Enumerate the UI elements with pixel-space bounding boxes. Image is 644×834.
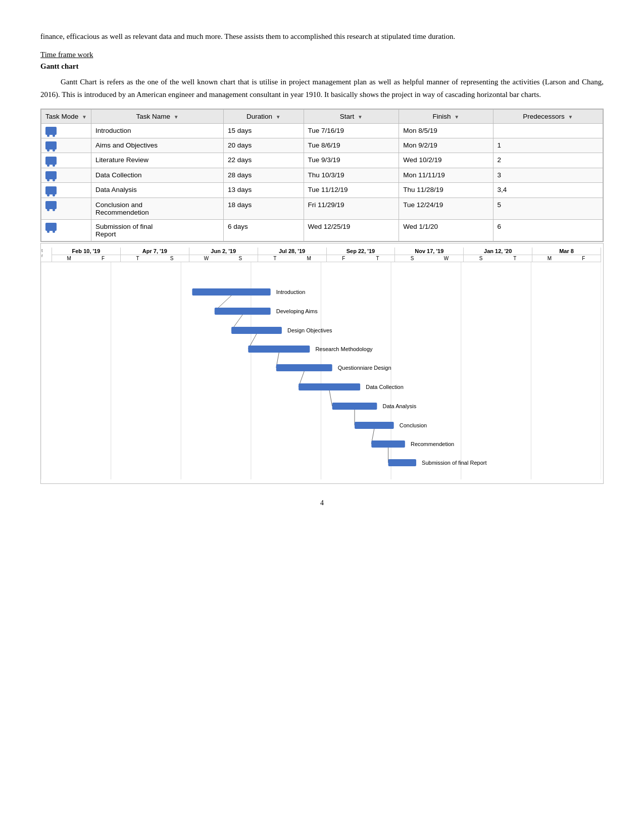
- chart-day-cell: W: [189, 256, 223, 261]
- chart-date-label: Nov 17, '19: [395, 248, 463, 255]
- col-finish[interactable]: Finish ▼: [399, 109, 493, 123]
- chart-day-cell: T: [258, 256, 292, 261]
- task-icon: [45, 141, 57, 150]
- gantt-bar-label: Introduction: [276, 289, 305, 295]
- arrow-icon: ▼: [358, 114, 363, 120]
- start-cell: Wed 12/25/19: [304, 219, 399, 241]
- chart-date-group: Sep 22, '19FT: [327, 248, 395, 262]
- chart-marker-col: tr: [41, 248, 52, 262]
- predecessors-cell: 5: [493, 198, 603, 219]
- predecessors-cell: 2: [493, 153, 603, 168]
- chart-day-row: SW: [395, 255, 463, 262]
- task-name-cell: Data Collection: [91, 168, 223, 182]
- chart-dates: Feb 10, '19MFApr 7, '19TSJun 2, '19WSJul…: [52, 248, 601, 262]
- gantt-heading: Gantt chart: [40, 62, 604, 71]
- gantt-bar: [192, 288, 270, 296]
- gantt-bar-label: Recommendetion: [411, 441, 454, 447]
- predecessors-cell: 3,4: [493, 183, 603, 198]
- task-mode-cell: [41, 153, 91, 168]
- task-name-cell: Aims and Objectives: [91, 138, 223, 153]
- gantt-description: Gantt Chart is refers as the one of the …: [40, 76, 604, 102]
- gantt-bar-label: Data Analysis: [382, 403, 416, 409]
- gantt-bar-label: Data Collection: [366, 384, 404, 390]
- gantt-bar-group: Developing Aims: [215, 308, 318, 315]
- duration-cell: 28 days: [224, 168, 304, 182]
- chart-day-row: WS: [189, 255, 258, 262]
- gantt-bar-label: Design Objectives: [287, 327, 332, 333]
- duration-cell: 18 days: [224, 198, 304, 219]
- gantt-bar: [332, 403, 377, 410]
- chart-day-cell: S: [223, 256, 257, 261]
- finish-cell: Wed 1/1/20: [399, 219, 493, 241]
- chart-day-cell: F: [567, 256, 601, 261]
- task-name-cell: Conclusion andRecommendetion: [91, 198, 223, 219]
- chart-day-cell: W: [429, 256, 463, 261]
- chart-date-label: Sep 22, '19: [327, 248, 395, 255]
- finish-cell: Tue 12/24/19: [399, 198, 493, 219]
- chart-date-label: Feb 10, '19: [52, 248, 120, 255]
- gantt-table-wrapper: Task Mode ▼ Task Name ▼ Duration ▼ Start…: [40, 109, 604, 242]
- predecessors-cell: 1: [493, 138, 603, 153]
- chart-day-cell: S: [155, 256, 188, 261]
- chart-day-row: ST: [464, 255, 532, 262]
- chart-date-group: Mar 8MF: [532, 248, 601, 262]
- gantt-bar-group: Conclusion: [355, 422, 427, 429]
- col-predecessors[interactable]: Predecessors ▼: [493, 109, 603, 123]
- chart-day-cell: T: [361, 256, 394, 261]
- chart-day-cell: M: [532, 256, 566, 261]
- chart-header: tr Feb 10, '19MFApr 7, '19TSJun 2, '19WS…: [41, 248, 601, 262]
- gantt-bar: [276, 364, 332, 371]
- table-row: Aims and Objectives20 daysTue 8/6/19Mon …: [41, 138, 603, 153]
- chart-day-cell: T: [498, 256, 532, 261]
- finish-cell: Mon 9/2/19: [399, 138, 493, 153]
- task-mode-cell: [41, 123, 91, 138]
- task-icon: [45, 223, 57, 231]
- chart-date-label: Apr 7, '19: [121, 248, 189, 255]
- arrow-icon: ▼: [174, 114, 179, 120]
- table-row: Data Analysis13 daysTue 11/12/19Thu 11/2…: [41, 183, 603, 198]
- start-cell: Tue 9/3/19: [304, 153, 399, 168]
- chart-date-label: Mar 8: [532, 248, 601, 255]
- gantt-bar-group: Design Objectives: [231, 327, 332, 334]
- chart-date-group: Jan 12, '20ST: [464, 248, 532, 262]
- gantt-table: Task Mode ▼ Task Name ▼ Duration ▼ Start…: [41, 109, 603, 241]
- gantt-bar-label: Conclusion: [400, 422, 427, 428]
- chart-day-cell: F: [327, 256, 361, 261]
- chart-day-row: TS: [121, 255, 189, 262]
- start-cell: Thu 10/3/19: [304, 168, 399, 182]
- finish-cell: Wed 10/2/19: [399, 153, 493, 168]
- col-task-mode[interactable]: Task Mode ▼: [41, 109, 91, 123]
- paragraph-1: finance, efficacious as well as relevant…: [40, 30, 604, 43]
- chart-day-cell: S: [464, 256, 498, 261]
- chart-date-label: Jun 2, '19: [189, 248, 258, 255]
- gantt-bar-group: Research Methodology: [248, 346, 373, 353]
- arrow-icon: ▼: [276, 114, 281, 120]
- gantt-bar-label: Research Methodology: [315, 346, 373, 352]
- duration-cell: 22 days: [224, 153, 304, 168]
- finish-cell: Thu 11/28/19: [399, 183, 493, 198]
- duration-cell: 6 days: [224, 219, 304, 241]
- finish-cell: Mon 11/11/19: [399, 168, 493, 182]
- gantt-bar-group: Questionniare Design: [276, 364, 391, 371]
- arrow-icon: ▼: [454, 114, 459, 120]
- gantt-bar: [371, 440, 405, 448]
- task-icon: [45, 186, 57, 194]
- chart-date-label: Jan 12, '20: [464, 248, 532, 255]
- timeframe-heading: Time frame work: [40, 51, 604, 59]
- task-name-cell: Introduction: [91, 123, 223, 138]
- task-icon: [45, 157, 57, 165]
- table-row: Conclusion andRecommendetion18 daysFri 1…: [41, 198, 603, 219]
- chart-day-cell: F: [86, 256, 120, 261]
- col-start[interactable]: Start ▼: [304, 109, 399, 123]
- col-duration[interactable]: Duration ▼: [224, 109, 304, 123]
- start-cell: Fri 11/29/19: [304, 198, 399, 219]
- gantt-chart: tr Feb 10, '19MFApr 7, '19TSJun 2, '19WS…: [40, 243, 604, 484]
- gantt-bar-label: Questionniare Design: [338, 365, 391, 371]
- table-row: Literature Review22 daysTue 9/3/19Wed 10…: [41, 153, 603, 168]
- arrow-icon: ▼: [568, 114, 573, 120]
- col-task-name[interactable]: Task Name ▼: [91, 109, 223, 123]
- chart-date-group: Apr 7, '19TS: [121, 248, 189, 262]
- arrow-icon: ▼: [82, 114, 87, 120]
- chart-date-group: Jun 2, '19WS: [189, 248, 258, 262]
- chart-date-group: Jul 28, '19TM: [258, 248, 327, 262]
